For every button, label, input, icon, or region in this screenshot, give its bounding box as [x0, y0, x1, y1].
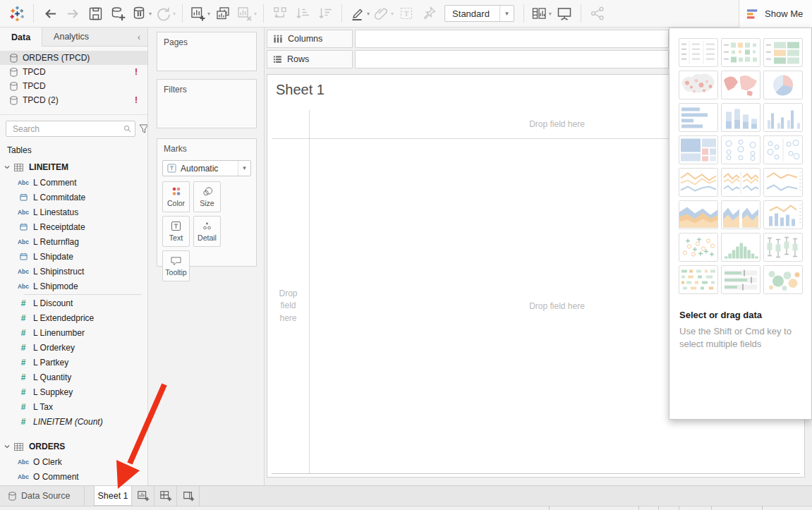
- field-row[interactable]: AbcO Clerk: [0, 454, 147, 469]
- tab-data[interactable]: Data: [0, 28, 42, 47]
- number-field-icon: #: [17, 417, 30, 427]
- pages-shelf[interactable]: Pages: [157, 32, 257, 71]
- field-row[interactable]: #L Orderkey: [0, 340, 147, 355]
- field-row[interactable]: #L Quantity: [0, 370, 147, 384]
- toolbar-fix-axes-button[interactable]: [419, 3, 439, 24]
- toolbar-forward-button[interactable]: [63, 3, 83, 24]
- toolbar-pause-auto-updates-button[interactable]: ▾: [131, 3, 152, 24]
- marks-size-button[interactable]: Size: [193, 181, 221, 212]
- showme-gantt[interactable]: [679, 265, 718, 294]
- field-row[interactable]: #L Extendedprice: [0, 310, 147, 325]
- data-source-name: TPCD (2): [23, 95, 59, 105]
- view-size-select[interactable]: Standard▼: [444, 5, 514, 22]
- search-input[interactable]: [11, 123, 123, 135]
- toolbar-fit-button[interactable]: ▾: [531, 3, 552, 24]
- toolbar-clear-sheet-button[interactable]: ▾: [236, 3, 257, 24]
- data-source-item[interactable]: ORDERS (TPCD): [0, 51, 147, 65]
- marks-color-button[interactable]: Color: [162, 181, 190, 212]
- filter-fields-icon[interactable]: [139, 124, 148, 133]
- showme-area-charts-continuous[interactable]: [679, 200, 718, 229]
- showme-stacked-bars[interactable]: [721, 103, 761, 132]
- showme-box-and-whisker[interactable]: [763, 233, 803, 262]
- showme-scatter-plots[interactable]: [679, 233, 718, 262]
- showme-highlight-table[interactable]: [763, 38, 803, 67]
- field-row[interactable]: AbcL Shipmode: [0, 279, 147, 293]
- marks-tooltip-button[interactable]: Tooltip: [162, 250, 190, 281]
- toolbar-swap-rows-columns-button[interactable]: [270, 3, 290, 24]
- showme-dual-lines[interactable]: [763, 168, 803, 197]
- data-source-item[interactable]: TPCD: [0, 79, 147, 93]
- showme-text-table[interactable]: [679, 38, 718, 67]
- showme-circle-views[interactable]: [721, 135, 761, 164]
- new-story-button[interactable]: [177, 486, 200, 506]
- field-row[interactable]: AbcL Shipinstruct: [0, 264, 147, 279]
- sheet-1-tab[interactable]: Sheet 1: [94, 486, 132, 506]
- field-row[interactable]: L Shipdate: [0, 249, 147, 264]
- showme-lines-continuous[interactable]: [679, 168, 718, 197]
- showme-horizontal-bars[interactable]: [679, 103, 718, 132]
- toolbar-show-mark-labels-button[interactable]: T: [396, 3, 416, 24]
- columns-shelf[interactable]: [355, 30, 669, 48]
- field-row[interactable]: #L Partkey: [0, 355, 147, 370]
- search-box[interactable]: [6, 121, 135, 137]
- field-row[interactable]: AbcO Comment: [0, 469, 147, 484]
- toolbar-run-auto-updates-button[interactable]: ▾: [154, 3, 176, 24]
- showme-area-charts-discrete[interactable]: [721, 200, 761, 229]
- field-row[interactable]: AbcL Linestatus: [0, 205, 147, 219]
- showme-packed-bubbles[interactable]: [763, 265, 803, 294]
- field-row[interactable]: #LINEITEM (Count): [0, 414, 147, 429]
- field-row[interactable]: L Commitdate: [0, 190, 147, 205]
- showme-lines-discrete[interactable]: [721, 168, 761, 197]
- tab-analytics[interactable]: Analytics: [42, 28, 100, 46]
- field-row[interactable]: #L Suppkey: [0, 384, 147, 399]
- new-worksheet-button[interactable]: [132, 486, 154, 506]
- toolbar-sort-descending-button[interactable]: [315, 3, 335, 24]
- showme-dual-combination[interactable]: [763, 200, 803, 229]
- showme-symbol-map[interactable]: [679, 71, 718, 99]
- mark-type-select[interactable]: Automatic ▼: [162, 160, 251, 176]
- showme-filled-map[interactable]: [721, 71, 761, 99]
- showme-side-by-side-circles[interactable]: [763, 135, 803, 164]
- marks-detail-button[interactable]: Detail: [193, 216, 221, 247]
- toolbar-back-button[interactable]: [40, 3, 60, 24]
- data-source-item[interactable]: TPCD (2)!: [0, 93, 147, 107]
- showme-pie-chart[interactable]: [763, 71, 803, 99]
- tables-label: Tables: [7, 145, 147, 155]
- toolbar-share-button[interactable]: [588, 3, 607, 24]
- field-row[interactable]: #L Discount: [0, 296, 147, 310]
- new-dashboard-button[interactable]: [154, 486, 177, 506]
- caret-down-icon: ▾: [207, 11, 210, 17]
- showme-treemap[interactable]: [679, 135, 718, 164]
- mark-button-label: Detail: [198, 233, 217, 242]
- table-group-header[interactable]: LINEITEM: [0, 159, 147, 175]
- toolbar-sort-ascending-button[interactable]: [293, 3, 313, 24]
- toolbar-new-data-source-button[interactable]: [108, 3, 128, 24]
- data-source-tab[interactable]: Data Source: [0, 486, 85, 506]
- rows-shelf[interactable]: [355, 50, 669, 68]
- showme-bullet-graphs[interactable]: [721, 265, 761, 294]
- field-row[interactable]: AbcL Returnflag: [0, 234, 147, 249]
- toolbar-new-worksheet-button[interactable]: ▾: [189, 3, 210, 24]
- toolbar-duplicate-sheet-button[interactable]: [213, 3, 233, 24]
- table-group-header[interactable]: ORDERS: [0, 439, 147, 454]
- chevron-down-icon[interactable]: [4, 444, 10, 449]
- showme-heatmap[interactable]: [721, 38, 761, 67]
- toolbar-save-button[interactable]: [85, 3, 105, 24]
- collapse-pane-button[interactable]: ‹: [131, 28, 147, 46]
- show-me-button[interactable]: Show Me: [739, 0, 812, 28]
- field-row[interactable]: AbcL Comment: [0, 175, 147, 190]
- showme-histogram[interactable]: [721, 233, 761, 262]
- showme-side-by-side-bars[interactable]: [763, 103, 803, 132]
- toolbar-presentation-mode-button[interactable]: [555, 3, 574, 24]
- field-row[interactable]: #L Tax: [0, 399, 147, 414]
- field-row[interactable]: L Receiptdate: [0, 219, 147, 234]
- toolbar-highlight-button[interactable]: ▾: [349, 3, 370, 24]
- filters-shelf[interactable]: Filters: [157, 79, 257, 128]
- data-source-item[interactable]: TPCD!: [0, 65, 147, 79]
- number-field-icon: #: [17, 343, 30, 353]
- marks-text-button[interactable]: Text: [162, 216, 190, 247]
- toolbar-group-members-button[interactable]: ▾: [372, 3, 394, 24]
- chevron-down-icon[interactable]: [4, 164, 10, 170]
- field-row[interactable]: #L Linenumber: [0, 325, 147, 340]
- drop-zone-rows[interactable]: Drop field here: [267, 139, 309, 473]
